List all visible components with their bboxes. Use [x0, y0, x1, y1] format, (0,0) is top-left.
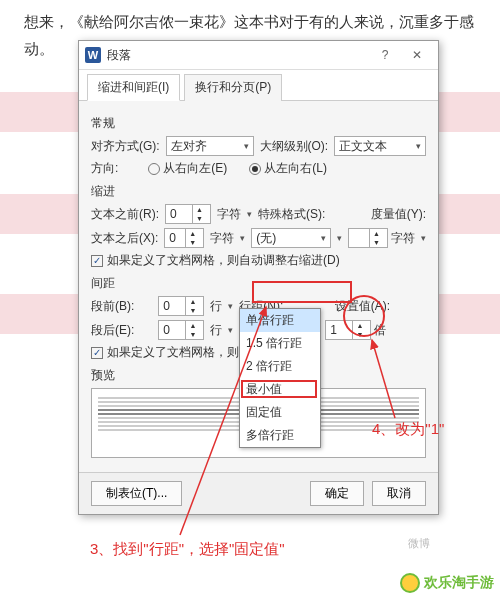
line-unit: 行: [210, 298, 222, 315]
dialog-buttons: 制表位(T)... 确定 取消: [79, 472, 438, 514]
close-button[interactable]: ✕: [402, 45, 432, 65]
dropdown-item-fixed[interactable]: 固定值: [240, 401, 320, 424]
after-text-spinner[interactable]: 0▲▼: [164, 228, 204, 248]
alignment-label: 对齐方式(G):: [91, 138, 160, 155]
dialog-tabs: 缩进和间距(I) 换行和分页(P): [79, 70, 438, 101]
annotation-highlight-set-value: [343, 295, 385, 337]
dropdown-item[interactable]: 1.5 倍行距: [240, 332, 320, 355]
line-spacing-dropdown: 单倍行距 1.5 倍行距 2 倍行距 最小值 固定值 多倍行距: [239, 308, 321, 448]
dialog-titlebar: W 段落 ? ✕: [79, 41, 438, 70]
outline-label: 大纲级别(O):: [260, 138, 329, 155]
outline-combo[interactable]: 正文文本▾: [334, 136, 426, 156]
space-after-spinner[interactable]: 0▲▼: [158, 320, 204, 340]
ltr-radio[interactable]: 从左向右(L): [249, 160, 327, 177]
dropdown-item[interactable]: 2 倍行距: [240, 355, 320, 378]
auto-indent-checkbox[interactable]: ✓如果定义了文档网格，则自动调整右缩进(D): [91, 252, 426, 269]
before-text-label: 文本之前(R):: [91, 206, 159, 223]
dropdown-item[interactable]: 单倍行距: [240, 309, 320, 332]
indent-value-label: 度量值(Y):: [371, 206, 426, 223]
rtl-radio[interactable]: 从右向左(E): [148, 160, 227, 177]
char-unit2: 字符: [210, 230, 234, 247]
direction-label: 方向:: [91, 160, 118, 177]
weibo-watermark: 微博: [408, 536, 430, 551]
char-unit3: 字符: [391, 230, 415, 247]
cancel-button[interactable]: 取消: [372, 481, 426, 506]
dialog-title: 段落: [107, 47, 131, 64]
tabs-button[interactable]: 制表位(T)...: [91, 481, 182, 506]
ok-button[interactable]: 确定: [310, 481, 364, 506]
char-unit: 字符: [217, 206, 241, 223]
word-icon: W: [85, 47, 101, 63]
section-general: 常规: [91, 115, 426, 132]
special-label: 特殊格式(S):: [258, 206, 325, 223]
help-button[interactable]: ?: [370, 45, 400, 65]
alignment-combo[interactable]: 左对齐▾: [166, 136, 254, 156]
tab-pagination[interactable]: 换行和分页(P): [184, 74, 282, 101]
annotation-text-step3: 3、找到"行距"，选择"固定值": [90, 540, 285, 559]
section-indent: 缩进: [91, 183, 426, 200]
space-before-label: 段前(B):: [91, 298, 134, 315]
after-text-label: 文本之后(X):: [91, 230, 158, 247]
watermark-icon: [400, 573, 420, 593]
annotation-highlight-line-spacing: [252, 281, 352, 303]
indent-value-spinner[interactable]: ▲▼: [348, 228, 388, 248]
line-unit2: 行: [210, 322, 222, 339]
dropdown-item[interactable]: 多倍行距: [240, 424, 320, 447]
annotation-text-step4: 4、改为"1": [372, 420, 444, 439]
before-text-spinner[interactable]: 0▲▼: [165, 204, 211, 224]
space-after-label: 段后(E):: [91, 322, 134, 339]
special-combo[interactable]: (无)▾: [251, 228, 331, 248]
annotation-highlight-fixed-value: [241, 380, 317, 398]
site-watermark: 欢乐淘手游: [400, 573, 494, 593]
space-before-spinner[interactable]: 0▲▼: [158, 296, 204, 316]
tab-indent-spacing[interactable]: 缩进和间距(I): [87, 74, 180, 101]
